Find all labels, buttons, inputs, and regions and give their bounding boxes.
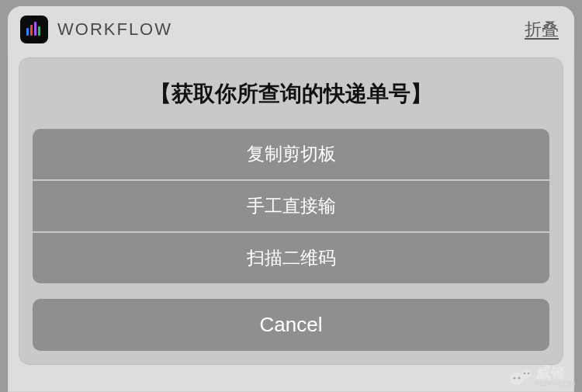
option-list: 复制剪切板 手工直接输 扫描二维码 — [33, 129, 549, 283]
notification-card: WORKFLOW 折叠 【获取你所查询的快递单号】 复制剪切板 手工直接输 扫描… — [8, 6, 574, 392]
app-name-label: WORKFLOW — [57, 19, 172, 40]
prompt-panel: 【获取你所查询的快递单号】 复制剪切板 手工直接输 扫描二维码 Cancel — [19, 57, 563, 365]
option-manual-input[interactable]: 手工直接输 — [33, 181, 549, 231]
cancel-button[interactable]: Cancel — [33, 299, 549, 351]
collapse-link[interactable]: 折叠 — [525, 18, 559, 41]
workflow-app-icon — [20, 16, 48, 43]
svg-rect-2 — [34, 22, 36, 36]
svg-rect-0 — [26, 28, 29, 36]
option-scan-qr[interactable]: 扫描二维码 — [33, 233, 549, 283]
option-copy-clipboard[interactable]: 复制剪切板 — [33, 129, 549, 179]
card-header: WORKFLOW 折叠 — [8, 6, 574, 53]
svg-rect-3 — [38, 26, 40, 36]
prompt-title: 【获取你所查询的快递单号】 — [33, 79, 549, 109]
svg-rect-1 — [30, 25, 33, 36]
